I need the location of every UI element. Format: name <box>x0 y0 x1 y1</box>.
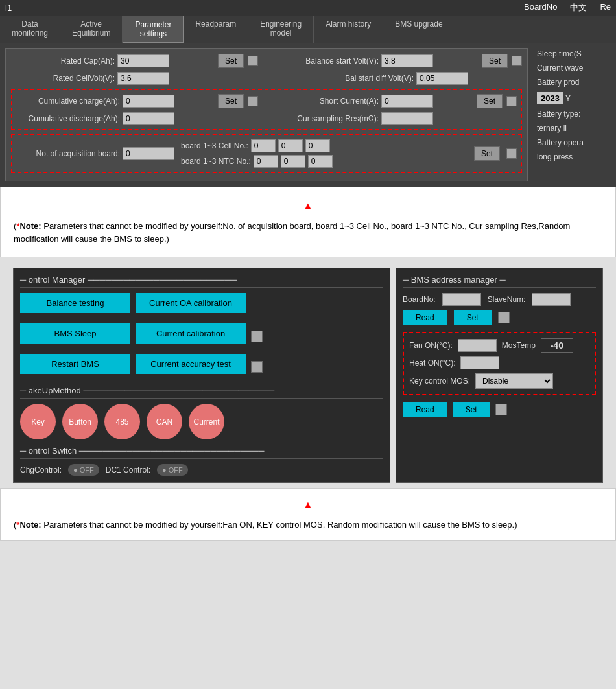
note-text-1: (*Note: Parameters that cannot be modifi… <box>14 220 602 247</box>
restart-bms-btn[interactable]: Restart BMS <box>20 354 130 374</box>
ntc-input-2[interactable] <box>281 155 305 168</box>
cum-charge-input[interactable] <box>123 95 174 108</box>
fan-read-btn[interactable]: Read <box>403 402 447 417</box>
key-control-row: Key control MOS: Disable Enable <box>409 373 589 389</box>
year-val: 2023 <box>537 92 563 104</box>
right-panel: ─ BMS address manager ─ BoardNo: SlaveNu… <box>396 268 603 483</box>
battery-prod-item: Battery prod <box>537 76 611 88</box>
short-current-input[interactable] <box>381 95 433 108</box>
bms-addr-section: ─ BMS address manager ─ BoardNo: SlaveNu… <box>403 275 596 325</box>
chg-toggle-icon: ● <box>73 466 80 474</box>
heat-on-row: Heat ON(°C): <box>409 356 589 369</box>
checkbox-3[interactable] <box>248 96 258 106</box>
wakeup-485-btn[interactable]: 485 <box>104 404 140 439</box>
boardno-input[interactable] <box>442 293 481 306</box>
board-cell-inputs <box>251 139 330 152</box>
balance-testing-row: Balance testing Current OA calibration <box>20 293 383 318</box>
fan-on-label: Fan ON(°C): <box>409 341 453 350</box>
balance-start-volt-input[interactable] <box>381 54 433 67</box>
checkbox-5[interactable] <box>506 148 517 159</box>
left-panel: ─ ontrol Manager ───────────────────────… <box>13 268 390 483</box>
acq-board-input[interactable] <box>123 147 174 160</box>
calib-checkbox[interactable] <box>251 331 263 342</box>
nav-parameter-settings[interactable]: Parametersettings <box>123 16 184 43</box>
checkbox-1[interactable] <box>248 56 258 66</box>
control-manager-section: ─ ontrol Manager ───────────────────────… <box>20 275 383 379</box>
nav-data-monitoring[interactable]: Datamonitoring <box>0 16 60 43</box>
checkbox-2[interactable] <box>512 56 522 66</box>
bms-addr-checkbox[interactable] <box>498 312 510 323</box>
bms-addr-set-btn[interactable]: Set <box>454 310 492 325</box>
note-text-2: (*Note: Parameters that cannot be modifi… <box>14 519 602 532</box>
current-calib-btn[interactable]: Current calibration <box>136 323 246 344</box>
nav-bms-upgrade[interactable]: BMS upgrade <box>383 16 455 43</box>
board-cell-label: board 1~3 Cell No.: <box>181 141 248 150</box>
nav-engineering-model[interactable]: Engineeringmodel <box>248 16 314 43</box>
warning-icon-1: ▲ <box>14 198 602 215</box>
cur-sampling-label: Cur sampling Res(mΩ): <box>275 114 379 123</box>
board-ntc-label: board 1~3 NTC No.: <box>181 157 251 166</box>
bal-start-diff-input[interactable] <box>416 72 468 85</box>
bms-sleep-btn[interactable]: BMS Sleep <box>20 323 130 344</box>
chg-toggle[interactable]: ● OFF <box>68 464 99 476</box>
heat-on-input[interactable] <box>460 356 499 369</box>
battery-oper-item: Battery opera <box>537 137 611 148</box>
wakeup-btns: Key Button 485 CAN Current <box>20 404 383 439</box>
cell-input-1[interactable] <box>251 139 276 152</box>
chg-control-label: ChgControl: <box>20 465 62 474</box>
battery-oper-label: Battery opera <box>537 138 584 147</box>
wakeup-current-btn[interactable]: Current <box>189 404 224 439</box>
cum-discharge-label: Cumulative discharge(Ah): <box>16 114 120 123</box>
set-btn-4[interactable]: Set <box>477 94 503 108</box>
control-manager-title: ─ ontrol Manager ───────────────────────… <box>20 275 383 288</box>
set-btn-5[interactable]: Set <box>474 146 500 161</box>
cum-discharge-input[interactable] <box>123 112 174 125</box>
rated-cap-input[interactable] <box>117 54 169 67</box>
heat-on-label: Heat ON(°C): <box>409 358 455 368</box>
note-box-2: ▲ (*Note: Parameters that cannot be modi… <box>0 488 616 540</box>
sleep-time-label: Sleep time(S <box>537 49 582 58</box>
balance-testing-btn[interactable]: Balance testing <box>20 293 130 313</box>
addr-btn-row: Read Set <box>403 310 596 325</box>
set-btn-2[interactable]: Set <box>482 54 508 68</box>
checkbox-4[interactable] <box>506 96 517 106</box>
wakeup-section: ─ akeUpMethod ──────────────────────────… <box>20 386 383 439</box>
wakeup-key-btn[interactable]: Key <box>20 404 56 439</box>
ntc-input-1[interactable] <box>254 155 278 168</box>
boardno-label: BoardNo <box>524 2 557 14</box>
battery-type-item: Battery type: <box>537 108 611 120</box>
wakeup-can-btn[interactable]: CAN <box>147 404 182 439</box>
slavenum-input[interactable] <box>532 293 571 306</box>
dc1-control-label: DC1 Control: <box>106 465 150 474</box>
boardno-label-bms: BoardNo: <box>403 295 436 304</box>
ntc-input-3[interactable] <box>308 155 333 168</box>
warning-icon-2: ▲ <box>14 496 602 513</box>
key-control-select[interactable]: Disable Enable <box>475 373 553 389</box>
rated-cell-volt-label: Rated CellVolt(V): <box>11 74 115 83</box>
fan-set-btn[interactable]: Set <box>453 402 490 417</box>
control-switch-title: ─ ontrol Switch ────────────────────────… <box>20 446 383 459</box>
accuracy-checkbox[interactable] <box>251 361 263 373</box>
current-oa-calib-btn[interactable]: Current OA calibration <box>136 293 246 313</box>
wakeup-button-btn[interactable]: Button <box>62 404 98 439</box>
rated-cell-volt-input[interactable] <box>117 72 169 85</box>
dc1-toggle[interactable]: ● OFF <box>157 464 188 476</box>
nav-readparam[interactable]: Readparam <box>184 16 248 43</box>
cell-input-2[interactable] <box>278 139 303 152</box>
mos-temp-label: MosTemp <box>502 341 536 350</box>
bms-addr-read-btn[interactable]: Read <box>403 310 447 325</box>
nav-active-equilibrium[interactable]: ActiveEquilibrium <box>60 16 123 43</box>
battery-type-label: Battery type: <box>537 110 580 119</box>
nav-alarm-history[interactable]: Alarm history <box>314 16 383 43</box>
cur-sampling-input[interactable] <box>381 112 433 125</box>
fan-on-input[interactable] <box>458 339 497 352</box>
long-press-item: long press <box>537 151 611 163</box>
cell-input-3[interactable] <box>305 139 330 152</box>
fan-checkbox[interactable] <box>495 404 507 415</box>
current-accuracy-btn[interactable]: Current accuracy test <box>136 354 246 374</box>
mos-temp-val: -40 <box>541 338 573 353</box>
set-btn-3[interactable]: Set <box>218 94 244 108</box>
set-btn-1[interactable]: Set <box>218 54 244 68</box>
note-word-1: Note: <box>19 221 41 231</box>
bms-addr-title: ─ BMS address manager ─ <box>403 275 596 288</box>
